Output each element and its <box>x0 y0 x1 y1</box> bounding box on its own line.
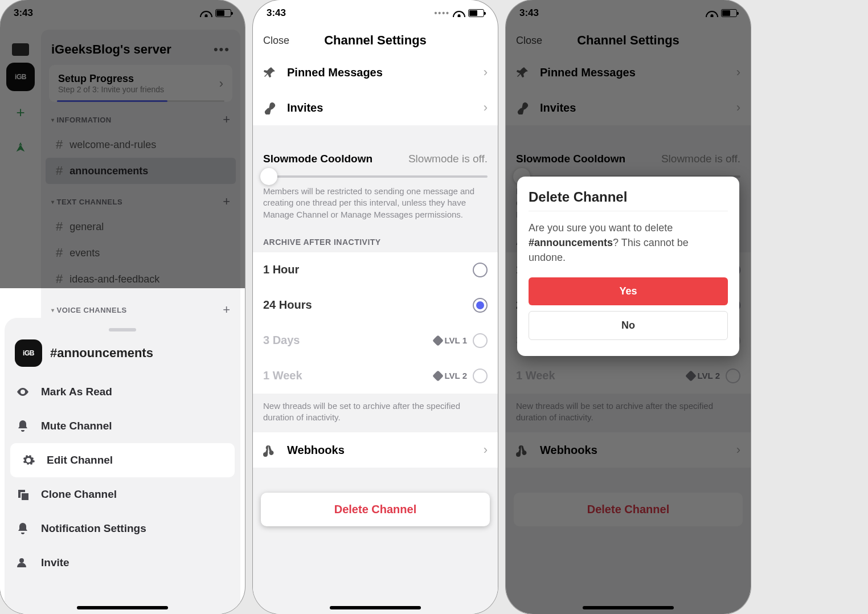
dim-overlay[interactable] <box>0 0 245 288</box>
slowmode-slider[interactable] <box>263 175 488 178</box>
webhooks-row[interactable]: Webhooks › <box>253 432 498 468</box>
link-icon <box>516 101 530 114</box>
slowmode-row: Slowmode Cooldown Slowmode is off. <box>253 142 498 175</box>
sheet-grabber[interactable] <box>109 328 136 331</box>
archive-1h[interactable]: 1 Hour <box>253 252 498 288</box>
mark-as-read-button[interactable]: Mark As Read <box>5 375 240 409</box>
wifi-icon <box>453 9 465 17</box>
status-icons: •••• <box>434 9 484 18</box>
chevron-right-icon: › <box>484 443 488 457</box>
sheet-item-label: Clone Channel <box>41 488 117 501</box>
edit-channel-button[interactable]: Edit Channel <box>10 443 235 477</box>
wifi-icon <box>706 9 718 17</box>
sheet-title: #announcements <box>50 346 153 361</box>
level-badge: LVL 2 <box>687 371 720 380</box>
webhooks-row[interactable]: Webhooks› <box>506 432 751 468</box>
webhook-icon <box>263 443 277 457</box>
archive-3d[interactable]: 3 Days LVL 1 <box>253 323 498 358</box>
row-label: Invites <box>540 101 576 114</box>
status-icons <box>706 9 737 17</box>
bell-icon <box>15 521 31 537</box>
person-add-icon <box>15 555 31 571</box>
status-time: 3:43 <box>267 7 286 19</box>
sheet-item-label: Invite <box>41 556 69 569</box>
settings-body[interactable]: Pinned Messages › Invites › Slowmode Coo… <box>253 55 498 614</box>
cell-dots-icon: •••• <box>434 9 450 18</box>
link-icon <box>263 101 277 114</box>
dialog-message: Are you sure you want to delete #announc… <box>529 220 728 265</box>
radio-icon <box>726 369 740 383</box>
row-label: Webhooks <box>540 444 597 457</box>
archive-1w[interactable]: 1 Week LVL 2 <box>253 358 498 394</box>
phone-3: 3:43 Close Channel Settings Pinned Messa… <box>506 0 751 614</box>
level-badge: LVL 1 <box>434 335 467 345</box>
mute-channel-button[interactable]: Mute Channel <box>5 409 240 443</box>
sheet-item-label: Notification Settings <box>41 522 146 535</box>
status-bar: 3:43 •••• <box>253 0 498 26</box>
row-label: Pinned Messages <box>287 66 383 79</box>
battery-icon <box>721 9 737 17</box>
pinned-messages-row[interactable]: Pinned Messages › <box>253 55 498 90</box>
notification-settings-button[interactable]: Notification Settings <box>5 511 240 546</box>
nav-bar: Close Channel Settings <box>506 26 751 55</box>
home-indicator[interactable] <box>330 606 421 609</box>
row-label: Invites <box>287 101 323 114</box>
pin-icon <box>516 66 530 79</box>
archive-1w[interactable]: 1 WeekLVL 2 <box>506 358 751 394</box>
category-label: VOICE CHANNELS <box>51 306 127 314</box>
dialog-channel: #announcements <box>529 237 613 248</box>
page-title: Channel Settings <box>577 33 679 48</box>
nav-bar: Close Channel Settings <box>253 26 498 55</box>
page-title: Channel Settings <box>324 33 427 48</box>
option-label: 24 Hours <box>263 298 312 312</box>
archive-section-label: ARCHIVE AFTER INACTIVITY <box>253 230 498 252</box>
confirm-no-button[interactable]: No <box>529 311 728 340</box>
close-button[interactable]: Close <box>516 35 542 47</box>
phone-2: 3:43 •••• Close Channel Settings Pinned … <box>253 0 498 614</box>
webhook-icon <box>516 443 530 457</box>
row-label: Pinned Messages <box>540 66 636 79</box>
radio-icon <box>473 369 488 383</box>
sheet-item-label: Mute Channel <box>41 420 112 432</box>
battery-icon <box>468 9 484 17</box>
invites-row[interactable]: Invites › <box>506 90 751 125</box>
close-button[interactable]: Close <box>263 35 289 47</box>
radio-icon <box>473 333 488 348</box>
add-channel-button[interactable]: + <box>223 302 230 317</box>
option-label: 1 Week <box>516 369 555 382</box>
chevron-right-icon: › <box>736 443 740 457</box>
slowmode-status: Slowmode is off. <box>661 153 740 165</box>
slider-thumb[interactable] <box>260 168 277 185</box>
channel-action-sheet: iGB #announcements Mark As Read Mute Cha… <box>5 318 240 614</box>
confirm-yes-button[interactable]: Yes <box>529 277 728 305</box>
slowmode-label: Slowmode Cooldown <box>516 153 625 165</box>
radio-icon <box>473 263 488 277</box>
clone-icon <box>15 486 31 502</box>
archive-24h[interactable]: 24 Hours <box>253 288 498 323</box>
delete-confirm-dialog: Delete Channel Are you sure you want to … <box>517 177 739 356</box>
home-indicator[interactable] <box>77 606 168 609</box>
gear-icon <box>21 452 36 468</box>
invites-row[interactable]: Invites › <box>253 90 498 125</box>
home-indicator[interactable] <box>583 606 674 609</box>
archive-hint: New threads will be set to archive after… <box>506 394 751 433</box>
sheet-item-label: Mark As Read <box>41 386 112 398</box>
delete-channel-button[interactable]: Delete Channel <box>514 493 743 526</box>
delete-channel-button[interactable]: Delete Channel <box>261 493 490 526</box>
invite-button[interactable]: Invite <box>5 546 240 580</box>
archive-hint: New threads will be set to archive after… <box>253 394 498 433</box>
clone-channel-button[interactable]: Clone Channel <box>5 477 240 511</box>
chevron-right-icon: › <box>484 65 488 80</box>
sheet-item-label: Edit Channel <box>47 454 113 466</box>
dialog-text: Are you sure you want to delete <box>529 222 673 234</box>
pinned-messages-row[interactable]: Pinned Messages › <box>506 55 751 90</box>
status-bar: 3:43 <box>506 0 751 26</box>
dialog-title: Delete Channel <box>529 189 728 205</box>
chevron-right-icon: › <box>736 65 740 80</box>
phone-1: 3:43 iGB + iGeeksBlog's server ••• Setup… <box>0 0 245 614</box>
slowmode-row: Slowmode Cooldown Slowmode is off. <box>506 142 751 175</box>
pin-icon <box>263 66 277 79</box>
slowmode-label: Slowmode Cooldown <box>263 153 372 165</box>
slowmode-status: Slowmode is off. <box>408 153 488 165</box>
chevron-right-icon: › <box>484 100 488 115</box>
